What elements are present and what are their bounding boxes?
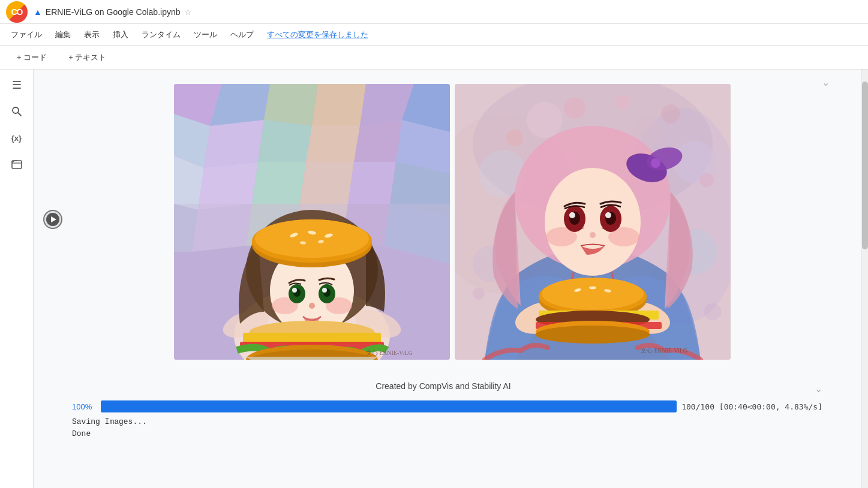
created-text: Created by CompVis and Stability AI [376,381,510,391]
svg-rect-2 [12,161,22,168]
sidebar: ☰ {x} [0,70,34,488]
svg-point-82 [542,278,644,310]
sidebar-variables-icon[interactable]: {x} [6,127,28,149]
svg-point-68 [615,95,630,109]
images-row: 文心 ERNIE-ViLG [82,84,822,360]
drive-icon: ▲ [34,7,42,17]
svg-marker-13 [306,126,360,162]
add-code-label: + コード [17,52,47,63]
menu-help[interactable]: ヘルプ [224,27,260,43]
cell-expand-icon[interactable]: ⌄ [822,77,830,88]
svg-marker-11 [204,120,264,168]
svg-point-72 [473,288,485,300]
topbar: CO ▲ ERNIE-ViLG on Google Colab.ipynb ☆ [0,0,868,24]
svg-point-73 [704,303,721,320]
svg-point-71 [699,173,714,187]
bottom-cell: Created by CompVis and Stability AI ⌄ 10… [62,374,832,447]
output-area: 文心 ERNIE-ViLG [72,74,832,369]
content[interactable]: ⌄ [34,70,861,488]
svg-marker-19 [300,162,354,204]
menu-view[interactable]: 表示 [78,27,106,43]
svg-marker-20 [348,162,396,204]
scrollbar[interactable] [861,70,868,488]
file-info: ▲ ERNIE-ViLG on Google Colab.ipynb ☆ [34,7,863,17]
sidebar-files-icon[interactable] [6,153,28,175]
logo-circle: CO [6,1,28,23]
progress-percent: 100% [72,402,96,411]
svg-marker-17 [198,162,258,210]
svg-point-40 [292,288,297,293]
progress-bar-fill [101,400,677,412]
svg-point-94 [651,158,660,168]
add-text-label: + テキスト [68,52,106,63]
notebook-title: ERNIE-ViLG on Google Colab.ipynb [46,7,181,17]
sidebar-search-icon[interactable] [6,101,28,122]
menu-tools[interactable]: ツール [188,27,223,43]
svg-point-102 [569,212,575,218]
svg-marker-6 [264,84,318,126]
svg-point-103 [605,212,611,218]
colab-logo[interactable]: CO [5,0,29,24]
svg-marker-24 [192,204,252,252]
svg-point-67 [564,97,585,119]
svg-text:文心 ERNIE-ViLG: 文心 ERNIE-ViLG [366,350,413,356]
run-button[interactable] [43,210,62,229]
save-status[interactable]: すべての変更を保存しました [261,27,374,43]
image-2: 文心 ERNIE-ViLG [455,84,731,360]
svg-point-42 [309,303,315,309]
svg-point-41 [322,288,327,293]
add-text-button[interactable]: + テキスト [61,50,111,65]
image-1: 文心 ERNIE-ViLG [174,84,450,360]
svg-marker-7 [312,84,366,126]
svg-text:文心 ERNIE-ViLG: 文心 ERNIE-ViLG [641,347,687,354]
progress-bar-bg [101,400,677,412]
menu-insert[interactable]: 挿入 [107,27,134,43]
svg-point-90 [536,326,650,344]
menu-runtime[interactable]: ランタイム [136,27,187,43]
svg-point-104 [590,232,596,238]
menubar: ファイル 編集 表示 挿入 ランタイム ツール ヘルプ すべての変更を保存しまし… [0,24,868,46]
svg-marker-14 [354,120,402,162]
menu-file[interactable]: ファイル [5,27,48,43]
svg-point-84 [589,287,596,290]
svg-point-61 [527,102,563,138]
toolbar: + コード + テキスト [0,46,868,70]
svg-point-95 [545,168,641,276]
main: ☰ {x} ⌄ [0,70,868,488]
menu-edit[interactable]: 編集 [49,27,77,43]
progress-container: 100% 100/100 [00:40<00:00, 4.83%/s] [72,400,822,412]
svg-line-1 [18,113,21,116]
svg-point-45 [255,219,369,258]
sidebar-menu-icon[interactable]: ☰ [6,74,28,96]
svg-point-69 [506,129,523,146]
output-saving-text: Saving Images... Done [72,416,822,439]
svg-marker-18 [252,162,306,204]
progress-stats: 100/100 [00:40<00:00, 4.83%/s] [681,402,822,411]
collapse-icon[interactable]: ⌄ [815,383,822,394]
add-code-button[interactable]: + コード [10,50,52,65]
svg-marker-12 [258,120,312,162]
scroll-thumb[interactable] [862,82,868,249]
svg-point-70 [661,104,680,123]
star-icon[interactable]: ☆ [184,7,192,17]
